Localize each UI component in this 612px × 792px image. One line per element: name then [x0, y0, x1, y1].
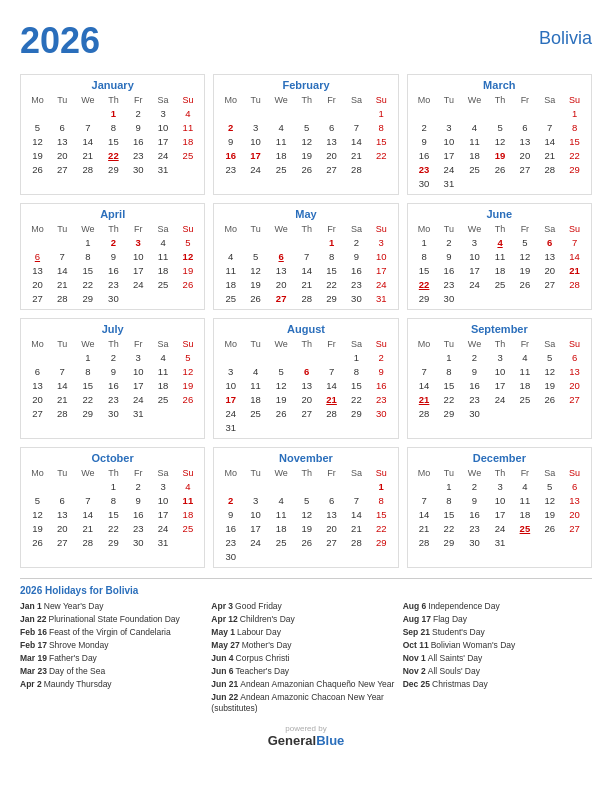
- cal-day: 3: [243, 493, 268, 507]
- cal-day: 8: [436, 364, 461, 378]
- cal-day: 3: [488, 350, 513, 364]
- cal-day: 14: [294, 263, 319, 277]
- cal-day: 7: [75, 120, 101, 134]
- cal-day: 15: [369, 507, 394, 521]
- holiday-date: Mar 23: [20, 666, 47, 676]
- cal-day: [562, 535, 587, 549]
- cal-day: [294, 420, 319, 434]
- month-block-june: JuneMoTuWeThFrSaSu1234567891011121314151…: [407, 203, 592, 310]
- cal-day: 23: [126, 521, 151, 535]
- cal-day: [218, 106, 243, 120]
- cal-day: 28: [344, 162, 369, 176]
- cal-day: 24: [488, 521, 513, 535]
- month-block-april: AprilMoTuWeThFrSaSu123456789101112131415…: [20, 203, 205, 310]
- cal-day: 9: [344, 249, 369, 263]
- cal-day: 23: [436, 277, 461, 291]
- cal-day: 11: [243, 378, 268, 392]
- cal-day: [268, 549, 294, 563]
- cal-day: 2: [101, 350, 126, 364]
- cal-day: [25, 235, 50, 249]
- cal-day: 17: [488, 507, 513, 521]
- cal-day: 24: [488, 392, 513, 406]
- holiday-date: Jan 22: [20, 614, 46, 624]
- holiday-name: Feast of the Virgin of Candelaria: [49, 627, 171, 637]
- cal-day: 14: [50, 378, 75, 392]
- cal-day: 4: [268, 493, 294, 507]
- cal-day: 8: [436, 493, 461, 507]
- cal-day: 9: [101, 249, 126, 263]
- cal-day: 2: [461, 350, 487, 364]
- month-block-november: NovemberMoTuWeThFrSaSu123456789101112131…: [213, 447, 398, 568]
- cal-day: 6: [294, 364, 319, 378]
- cal-day: 13: [50, 507, 75, 521]
- cal-day: 2: [126, 106, 151, 120]
- cal-day: 13: [562, 493, 587, 507]
- holiday-name: Father's Day: [49, 653, 97, 663]
- cal-day: 1: [369, 106, 394, 120]
- cal-day: 13: [537, 249, 562, 263]
- cal-day: 12: [25, 134, 50, 148]
- cal-day: 1: [101, 106, 126, 120]
- cal-day: 6: [25, 364, 50, 378]
- cal-day: 26: [25, 535, 50, 549]
- holiday-name: Student's Day: [432, 627, 485, 637]
- month-title: June: [412, 208, 587, 220]
- cal-day: 22: [369, 148, 394, 162]
- holiday-name: All Saints' Day: [428, 653, 483, 663]
- holiday-date: Mar 19: [20, 653, 47, 663]
- holidays-title: 2026 Holidays for Bolivia: [20, 585, 592, 596]
- cal-day: [537, 406, 562, 420]
- cal-day: 28: [412, 535, 437, 549]
- cal-day: 14: [412, 507, 437, 521]
- cal-day: 25: [151, 277, 176, 291]
- cal-day: [488, 176, 513, 190]
- cal-day: 5: [512, 235, 537, 249]
- cal-day: [294, 479, 319, 493]
- holiday-date: May 27: [211, 640, 239, 650]
- cal-day: 8: [75, 364, 101, 378]
- cal-day: 26: [25, 162, 50, 176]
- cal-day: 7: [344, 120, 369, 134]
- holiday-item: Jan 22Plurinational State Foundation Day: [20, 614, 209, 625]
- cal-day: 16: [344, 263, 369, 277]
- month-title: March: [412, 79, 587, 91]
- cal-day: 20: [512, 148, 537, 162]
- cal-day: 18: [243, 392, 268, 406]
- month-block-december: DecemberMoTuWeThFrSaSu123456789101112131…: [407, 447, 592, 568]
- cal-day: 4: [512, 479, 537, 493]
- cal-day: [50, 235, 75, 249]
- cal-day: 26: [537, 521, 562, 535]
- holiday-item: Jan 1New Year's Day: [20, 601, 209, 612]
- cal-day: [412, 106, 437, 120]
- cal-day: [512, 106, 537, 120]
- cal-day: 20: [562, 507, 587, 521]
- holiday-date: Nov 1: [403, 653, 426, 663]
- cal-day: 2: [412, 120, 437, 134]
- cal-day: 8: [344, 364, 369, 378]
- holiday-name: Labour Day: [237, 627, 281, 637]
- cal-day: 4: [488, 235, 513, 249]
- cal-day: 13: [294, 378, 319, 392]
- cal-day: [218, 235, 243, 249]
- cal-day: 6: [268, 249, 294, 263]
- cal-day: 25: [268, 535, 294, 549]
- cal-day: 29: [75, 291, 101, 305]
- cal-day: 5: [175, 350, 200, 364]
- cal-day: 8: [562, 120, 587, 134]
- cal-day: 17: [243, 148, 268, 162]
- cal-day: 5: [268, 364, 294, 378]
- cal-day: 24: [461, 277, 487, 291]
- cal-day: 23: [461, 521, 487, 535]
- holiday-column-2: Aug 6Independence DayAug 17Flag DaySep 2…: [403, 601, 592, 716]
- holiday-item: Mar 23Day of the Sea: [20, 666, 209, 677]
- cal-day: 28: [412, 406, 437, 420]
- cal-day: 12: [294, 507, 319, 521]
- cal-day: 28: [319, 406, 344, 420]
- cal-day: 23: [101, 277, 126, 291]
- holiday-name: Children's Day: [240, 614, 295, 624]
- cal-day: 14: [412, 378, 437, 392]
- holiday-item: Jun 21Andean Amazonian Chaqueño New Year: [211, 679, 400, 690]
- cal-day: 20: [562, 378, 587, 392]
- cal-day: [537, 106, 562, 120]
- holiday-date: Apr 2: [20, 679, 42, 689]
